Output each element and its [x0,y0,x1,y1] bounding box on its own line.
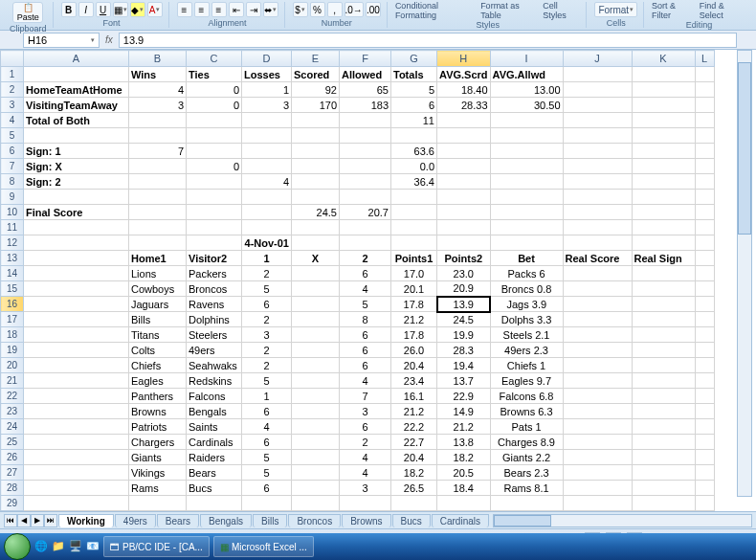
cell[interactable] [632,82,695,98]
cell[interactable]: Bills [129,312,187,327]
cell[interactable]: Jags 3.9 [490,297,563,312]
cell[interactable]: Total of Both [24,113,129,128]
find-select-button[interactable]: Find & Select [700,1,746,20]
row-header[interactable]: 2 [1,82,24,98]
cell[interactable]: 183 [340,98,391,113]
cell[interactable]: Dolphins [187,312,242,327]
cell[interactable] [24,312,129,327]
cell[interactable] [695,358,714,373]
cell[interactable] [563,465,632,481]
row-header[interactable]: 4 [1,113,24,128]
row-header[interactable]: 17 [1,312,24,327]
cell[interactable]: Cardinals [187,435,242,450]
cell[interactable] [340,220,391,235]
cell[interactable]: 21.2 [391,404,437,419]
row-header[interactable]: 25 [1,435,24,450]
cell[interactable] [695,450,714,465]
column-header-A[interactable]: A [24,51,129,67]
cell[interactable] [695,205,714,220]
column-header-D[interactable]: D [242,51,292,67]
cell[interactable]: Totals [391,67,437,82]
cell[interactable]: X [292,251,340,266]
cell[interactable]: Packs 6 [490,266,563,281]
cell[interactable]: 14.9 [437,404,491,419]
cell[interactable] [292,266,340,281]
cell[interactable]: Chargers [129,435,187,450]
cell[interactable] [129,220,187,235]
cell[interactable]: 2 [242,266,292,281]
row-header[interactable]: 27 [1,465,24,481]
cell[interactable] [632,312,695,327]
cell[interactable]: Vikings [129,465,187,481]
taskbar-item[interactable]: ▦Microsoft Excel ... [213,536,314,557]
cell[interactable] [695,389,714,404]
cell[interactable]: 92 [292,82,340,98]
cell[interactable] [340,128,391,144]
cell[interactable]: 0 [187,82,242,98]
cell[interactable]: Points1 [391,251,437,266]
cell[interactable]: 22.2 [391,419,437,435]
vertical-scrollbar[interactable] [737,50,752,497]
cell[interactable] [437,174,491,190]
column-header-L[interactable]: L [695,51,714,67]
cell[interactable] [129,496,187,511]
row-header[interactable]: 1 [1,67,24,82]
cell[interactable] [695,67,714,82]
cell[interactable]: 21.2 [437,419,491,435]
cell[interactable] [632,297,695,312]
row-header[interactable]: 22 [1,389,24,404]
tab-next-button[interactable]: ▶ [31,514,44,527]
select-all-cell[interactable] [1,51,24,67]
cell[interactable]: 2 [340,435,391,450]
row-header[interactable]: 7 [1,159,24,174]
start-button[interactable] [4,533,31,560]
cell[interactable] [292,465,340,481]
cell[interactable] [695,373,714,389]
cell[interactable]: Final Score [24,205,129,220]
cell[interactable]: 4 [340,465,391,481]
cell[interactable] [292,373,340,389]
cell[interactable]: 17.8 [391,297,437,312]
cell[interactable] [632,235,695,251]
cell[interactable] [129,235,187,251]
cell[interactable]: 13.00 [490,82,563,98]
cell[interactable] [563,144,632,159]
cell[interactable]: Bucs [187,481,242,496]
cell[interactable]: 5 [242,373,292,389]
cell[interactable]: 30.50 [490,98,563,113]
cell[interactable] [632,190,695,205]
cell[interactable]: 19.4 [437,358,491,373]
cell[interactable] [695,481,714,496]
cell-styles-button[interactable]: Cell Styles [543,1,580,20]
cell[interactable] [292,220,340,235]
cell[interactable] [695,174,714,190]
cell[interactable] [632,343,695,358]
cell[interactable]: 21.2 [391,312,437,327]
cell[interactable] [292,419,340,435]
cell[interactable]: AVG.Scrd [437,67,491,82]
cell[interactable] [242,113,292,128]
cell[interactable]: Bet [490,251,563,266]
cell[interactable]: 0 [187,159,242,174]
cell[interactable]: Scored [292,67,340,82]
cell[interactable] [695,496,714,511]
sheet-tab[interactable]: Broncos [288,514,341,527]
cell[interactable]: Broncos [187,281,242,297]
cell[interactable] [695,435,714,450]
cell[interactable] [24,373,129,389]
cell[interactable]: 2 [242,343,292,358]
row-header[interactable]: 29 [1,496,24,511]
cell[interactable]: 6 [340,419,391,435]
cell[interactable]: 17.0 [391,266,437,281]
cell[interactable]: 20.5 [437,465,491,481]
cell[interactable]: Steels 2.1 [490,327,563,343]
cell[interactable] [437,128,491,144]
cell[interactable] [563,481,632,496]
bold-button[interactable]: B [61,2,77,17]
cell[interactable]: 6 [242,481,292,496]
cell[interactable]: 0 [187,98,242,113]
cell[interactable] [24,235,129,251]
cell[interactable]: 18.2 [437,450,491,465]
cell[interactable]: 16.1 [391,389,437,404]
cell[interactable] [695,98,714,113]
